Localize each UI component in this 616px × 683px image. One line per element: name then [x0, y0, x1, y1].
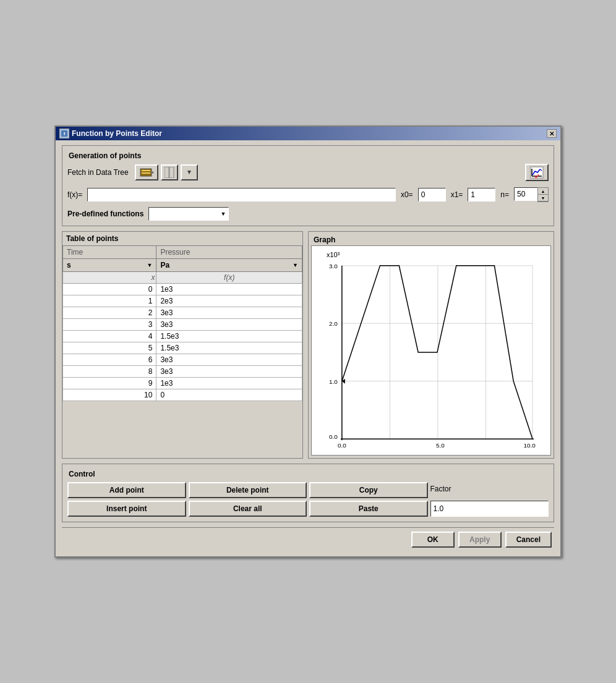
table-row: 6 3e3: [63, 354, 302, 366]
col2-unit-arrow-icon: ▼: [293, 262, 298, 268]
svg-text:10.0: 10.0: [523, 442, 536, 449]
points-table: Time Pressure s ▼: [62, 245, 302, 401]
gen-points-label: Generation of points: [67, 151, 142, 160]
bottom-buttons: OK Apply Cancel: [62, 527, 554, 551]
svg-text:f: f: [64, 131, 66, 137]
factor-value: 1.0: [434, 504, 444, 513]
table-cell-x[interactable]: 0: [63, 284, 156, 295]
col1-axis-label: x: [63, 272, 156, 284]
svg-text:0.0: 0.0: [338, 442, 346, 449]
n-label: n=: [500, 190, 509, 199]
cancel-button[interactable]: Cancel: [505, 532, 552, 548]
insert-point-button[interactable]: Insert point: [67, 501, 186, 517]
graph-svg: x10³ 3.0 2.0 1.0 0.0 0.0 5.0 10.0: [312, 246, 550, 455]
col2-unit-header[interactable]: Pa ▼: [156, 259, 302, 272]
svg-text:x10³: x10³: [327, 251, 340, 258]
table-cell-x[interactable]: 10: [63, 389, 156, 401]
dialog-title: Function by Points Editor: [72, 129, 162, 138]
svg-marker-8: [187, 171, 191, 174]
function-graph-button[interactable]: x²: [525, 164, 549, 181]
table-cell-fx[interactable]: 1e3: [156, 378, 302, 389]
svg-text:1.0: 1.0: [329, 378, 338, 385]
table-row: 5 1.5e3: [63, 342, 302, 354]
func-input[interactable]: [87, 188, 396, 202]
x1-input[interactable]: [468, 188, 495, 202]
svg-rect-6: [165, 167, 169, 178]
data-tree-dropdown-button[interactable]: [181, 164, 198, 180]
delete-point-button[interactable]: Delete point: [189, 482, 307, 498]
table-row: 0 1e3: [63, 284, 302, 295]
clear-all-button[interactable]: Clear all: [189, 501, 307, 517]
table-cell-fx[interactable]: 1.5e3: [156, 331, 302, 342]
graph-container: x10³ 3.0 2.0 1.0 0.0 0.0 5.0 10.0: [311, 245, 551, 456]
n-up-button[interactable]: ▲: [538, 188, 548, 195]
ok-button[interactable]: OK: [411, 532, 455, 548]
func-label: f(x)=: [67, 190, 82, 199]
predef-row: Pre-defined functions ▼: [67, 207, 549, 221]
table-cell-fx[interactable]: 1e3: [156, 284, 302, 295]
fetch-button[interactable]: [135, 164, 158, 180]
table-cell-fx[interactable]: 3e3: [156, 366, 302, 378]
col1-header: Time: [63, 246, 156, 259]
table-cell-x[interactable]: 6: [63, 354, 156, 366]
table-cell-x[interactable]: 2: [63, 307, 156, 319]
control-label: Control: [67, 470, 96, 478]
table-section: Table of points Time Pressure: [62, 231, 303, 459]
predef-select[interactable]: ▼: [148, 207, 229, 221]
col2-header: Pressure: [156, 246, 302, 259]
table-cell-x[interactable]: 5: [63, 342, 156, 354]
table-cell-fx[interactable]: 3e3: [156, 319, 302, 331]
title-bar: f Function by Points Editor ✕: [56, 127, 560, 140]
fetch-label: Fetch in Data Tree: [67, 168, 129, 177]
title-bar-left: f Function by Points Editor: [59, 129, 162, 138]
x0-input[interactable]: [418, 188, 446, 202]
table-cell-x[interactable]: 4: [63, 331, 156, 342]
n-spinner: ▲ ▼: [537, 187, 549, 202]
control-section: Control Add point Delete point Copy Fact…: [62, 464, 554, 522]
svg-rect-7: [169, 167, 174, 178]
apply-button[interactable]: Apply: [458, 532, 502, 548]
n-down-button[interactable]: ▼: [538, 195, 548, 202]
factor-value-cell: 1.0: [430, 501, 549, 517]
table-cell-fx[interactable]: 3e3: [156, 354, 302, 366]
table-cell-x[interactable]: 9: [63, 378, 156, 389]
svg-rect-4: [142, 172, 150, 174]
table-row: 4 1.5e3: [63, 331, 302, 342]
table-row: 8 3e3: [63, 366, 302, 378]
fetch-left: Fetch in Data Tree: [67, 164, 198, 180]
data-tree-up-button[interactable]: [161, 164, 178, 180]
graph-section: Graph x10³ 3.0 2.0 1.0 0.0 0.0 5.0: [308, 231, 554, 459]
table-row: 2 3e3: [63, 307, 302, 319]
dialog-content: Generation of points Fetch in Data Tree: [56, 140, 560, 556]
svg-text:x²: x²: [534, 174, 539, 179]
table-cell-fx[interactable]: 2e3: [156, 295, 302, 307]
main-dialog: f Function by Points Editor ✕ Generation…: [54, 125, 562, 558]
col1-unit-header[interactable]: s ▼: [63, 259, 156, 272]
table-cell-x[interactable]: 8: [63, 366, 156, 378]
predef-arrow-icon: ▼: [220, 211, 226, 217]
svg-rect-3: [142, 170, 150, 171]
table-section-label: Table of points: [62, 232, 302, 245]
table-row: 10 0: [63, 389, 302, 401]
paste-button[interactable]: Paste: [309, 501, 428, 517]
table-row: 3 3e3: [63, 319, 302, 331]
fetch-row: Fetch in Data Tree: [67, 164, 549, 181]
table-cell-fx[interactable]: 1.5e3: [156, 342, 302, 354]
gen-points-section: Generation of points Fetch in Data Tree: [62, 145, 554, 226]
svg-text:0.0: 0.0: [329, 433, 338, 440]
svg-text:2.0: 2.0: [329, 320, 338, 327]
table-cell-fx[interactable]: 0: [156, 389, 302, 401]
control-grid: Add point Delete point Copy Factor Inser…: [67, 482, 549, 517]
table-cell-x[interactable]: 1: [63, 295, 156, 307]
close-button[interactable]: ✕: [547, 129, 557, 138]
copy-button[interactable]: Copy: [309, 482, 428, 498]
n-input[interactable]: [514, 187, 537, 201]
factor-label: Factor: [430, 482, 549, 498]
func-row: f(x)= x0= x1= n= ▲ ▼: [67, 187, 549, 202]
graph-label: Graph: [311, 234, 551, 245]
add-point-button[interactable]: Add point: [67, 482, 186, 498]
table-cell-fx[interactable]: 3e3: [156, 307, 302, 319]
table-body: 0 1e3 1 2e3 2 3e3 3 3e3 4 1.5e3 5 1.5e3 …: [63, 284, 302, 401]
svg-text:5.0: 5.0: [436, 442, 445, 449]
table-cell-x[interactable]: 3: [63, 319, 156, 331]
